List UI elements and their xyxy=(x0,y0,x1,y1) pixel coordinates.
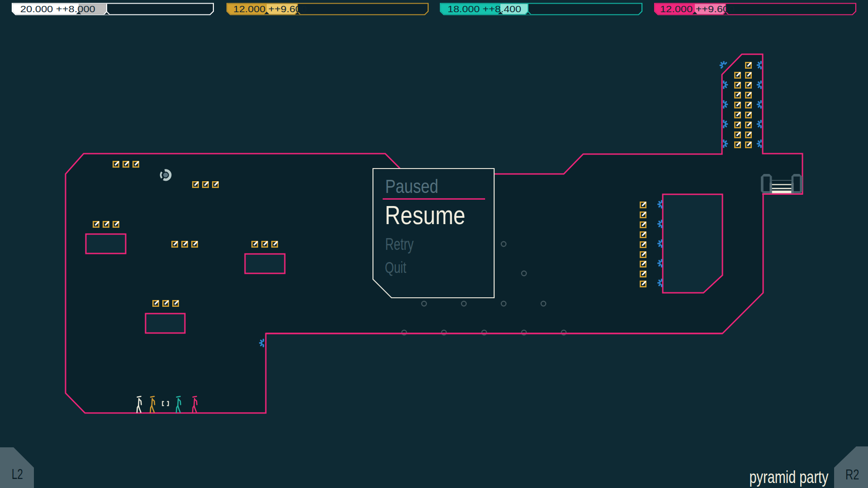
svg-text:Resume: Resume xyxy=(385,201,465,230)
svg-text:18.000 ++8.400: 18.000 ++8.400 xyxy=(448,4,521,14)
svg-text:20.000 ++8.000: 20.000 ++8.000 xyxy=(20,4,95,14)
svg-text:L2: L2 xyxy=(12,466,23,482)
svg-text:pyramid party: pyramid party xyxy=(750,468,829,487)
svg-text:R2: R2 xyxy=(845,467,859,483)
svg-text:12.000 ++9.600: 12.000 ++9.600 xyxy=(660,4,735,14)
svg-text:Paused: Paused xyxy=(385,175,439,197)
svg-text:12.000 ++9.600: 12.000 ++9.600 xyxy=(233,4,307,14)
svg-text:Quit: Quit xyxy=(385,258,406,277)
svg-text:Retry: Retry xyxy=(385,235,414,253)
